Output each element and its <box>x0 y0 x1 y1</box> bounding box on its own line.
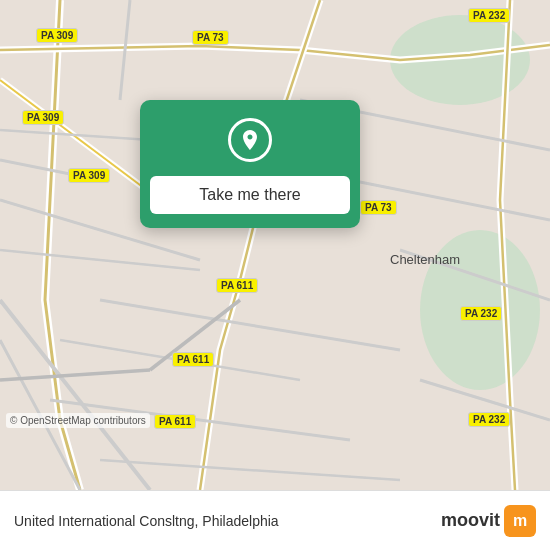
moovit-logo-text: moovit <box>441 510 500 531</box>
cheltenham-label: Cheltenham <box>390 252 460 267</box>
road-label-pa232-3: PA 232 <box>468 412 510 427</box>
road-label-pa232-2: PA 232 <box>460 306 502 321</box>
location-pin-icon <box>228 118 272 162</box>
road-label-pa611-2: PA 611 <box>172 352 214 367</box>
road-label-pa73-1: PA 73 <box>192 30 229 45</box>
road-label-pa611-3: PA 611 <box>154 414 196 429</box>
osm-attribution: © OpenStreetMap contributors <box>6 413 150 428</box>
location-name-text: United International Consltng, Philadelp… <box>14 513 441 529</box>
location-popup: Take me there <box>140 100 360 228</box>
road-label-pa309-2: PA 309 <box>22 110 64 125</box>
map-view: PA 309 PA 309 PA 309 PA 73 PA 73 PA 232 … <box>0 0 550 490</box>
road-label-pa73-2: PA 73 <box>360 200 397 215</box>
moovit-logo: moovit m <box>441 505 536 537</box>
pin-svg <box>238 128 262 152</box>
road-label-pa309-3: PA 309 <box>68 168 110 183</box>
take-me-there-button[interactable]: Take me there <box>150 176 350 214</box>
road-label-pa611-1: PA 611 <box>216 278 258 293</box>
moovit-logo-icon: m <box>504 505 536 537</box>
bottom-info-bar: United International Consltng, Philadelp… <box>0 490 550 550</box>
road-label-pa309-1: PA 309 <box>36 28 78 43</box>
road-label-pa232-1: PA 232 <box>468 8 510 23</box>
